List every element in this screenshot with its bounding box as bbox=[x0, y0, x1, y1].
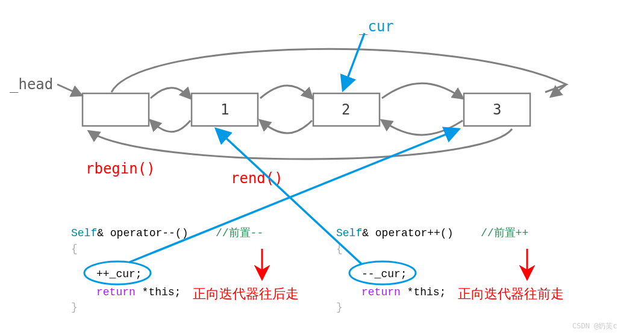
code-right-body1: --_cur; bbox=[361, 268, 407, 280]
code-right-brace2: } bbox=[336, 301, 343, 313]
arc-h-1-b bbox=[151, 121, 190, 132]
head-label: _head bbox=[10, 76, 53, 93]
cur-label: _cur bbox=[359, 18, 394, 35]
code-left-body1: ++_cur; bbox=[96, 268, 142, 280]
rbegin-label: rbegin() bbox=[86, 160, 155, 177]
arc-1-2-f bbox=[260, 86, 312, 98]
arc-1-2-b bbox=[260, 121, 312, 133]
arc-2-3-f bbox=[382, 83, 463, 98]
blue-arrow-left-to-node3 bbox=[130, 130, 458, 262]
cur-arrow bbox=[343, 33, 364, 89]
code-right-comment: //前置++ bbox=[481, 227, 528, 239]
code-left-desc: 正向迭代器往后走 bbox=[193, 286, 299, 301]
code-left-brace1: { bbox=[71, 243, 78, 255]
node-2-text: 2 bbox=[342, 101, 350, 118]
top-arc bbox=[111, 49, 566, 92]
node-3-text: 3 bbox=[493, 101, 501, 118]
head-arrow bbox=[57, 84, 81, 95]
top-arc-end bbox=[551, 84, 566, 96]
code-right-desc: 正向迭代器往前走 bbox=[458, 286, 564, 301]
blue-arrow-right-to-node1 bbox=[217, 130, 361, 264]
watermark: CSDN @奶芙c bbox=[572, 322, 617, 330]
code-right-return: return *this; bbox=[361, 286, 446, 298]
code-left-return: return *this; bbox=[96, 286, 181, 298]
diagram-root: _head _cur 1 2 3 rbegin() rend() Self& o… bbox=[0, 0, 644, 335]
code-right-sig: Self& operator++() bbox=[336, 227, 453, 239]
code-left-brace2: } bbox=[71, 301, 78, 313]
code-left-comment: //前置-- bbox=[216, 227, 263, 239]
arc-h-1-f bbox=[151, 88, 190, 98]
code-left-sig: Self& operator--() bbox=[71, 227, 188, 239]
node-head bbox=[83, 93, 149, 126]
node-1-text: 1 bbox=[220, 101, 229, 118]
